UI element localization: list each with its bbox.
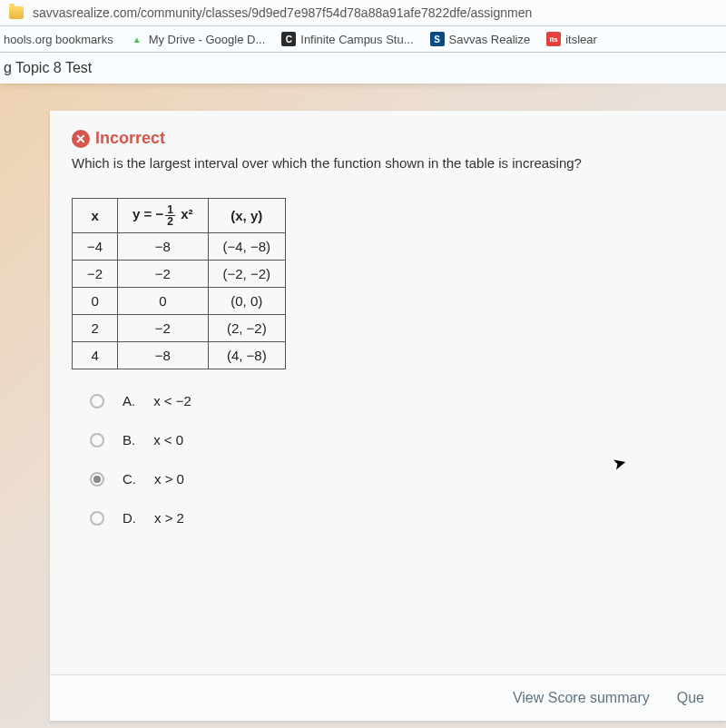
answer-b[interactable]: B. x < 0 (90, 432, 704, 448)
incorrect-icon: ✕ (72, 130, 90, 148)
table-row: −4−8(−4, −8) (73, 233, 286, 261)
question-text: Which is the largest interval over which… (72, 155, 704, 171)
table-row: 4−8(4, −8) (73, 342, 286, 369)
view-score-summary-link[interactable]: View Score summary (513, 690, 650, 706)
fraction: 12 (165, 204, 175, 227)
radio-a[interactable] (90, 394, 104, 408)
answer-text: x < 0 (153, 432, 183, 448)
url-bar[interactable]: savvasrealize.com/community/classes/9d9e… (0, 0, 726, 26)
answer-d[interactable]: D. x > 2 (90, 510, 704, 526)
bookmark-label: My Drive - Google D... (149, 33, 266, 46)
bookmark-label: hools.org bookmarks (4, 33, 113, 46)
answer-letter: B. (123, 432, 135, 448)
bookmark-label: Infinite Campus Stu... (300, 33, 413, 46)
status-row: ✕ Incorrect (72, 129, 704, 148)
url-text: savvasrealize.com/community/classes/9d9e… (33, 5, 532, 20)
bookmark-itslearning[interactable]: its itslear (546, 32, 597, 46)
folder-icon (9, 6, 24, 19)
th-x: x (73, 199, 118, 233)
bookmarks-bar: hools.org bookmarks ▲ My Drive - Google … (0, 26, 726, 53)
page-area: ✕ Incorrect Which is the largest interva… (0, 84, 726, 721)
answer-c[interactable]: C. x > 0 (90, 471, 704, 487)
answer-letter: C. (123, 471, 136, 487)
bookmark-drive[interactable]: ▲ My Drive - Google D... (130, 32, 266, 46)
answer-letter: D. (123, 510, 136, 526)
status-text: Incorrect (95, 129, 165, 148)
table-row: 2−2(2, −2) (73, 315, 286, 342)
radio-b[interactable] (90, 433, 104, 448)
bookmark-schools[interactable]: hools.org bookmarks (4, 33, 113, 46)
answer-text: x > 2 (154, 510, 184, 526)
th-xy: (x, y) (208, 199, 286, 233)
bookmark-label: itslear (565, 33, 597, 46)
answer-text: x < −2 (153, 393, 191, 408)
question-nav[interactable]: Que (677, 690, 704, 706)
radio-c[interactable] (90, 472, 104, 487)
th-y: y = −12 x² (118, 199, 208, 233)
answer-letter: A. (123, 393, 135, 408)
page-tab-title: g Topic 8 Test (0, 53, 726, 84)
bookmark-savvas[interactable]: S Savvas Realize (430, 32, 531, 46)
bookmark-label: Savvas Realize (449, 33, 531, 46)
radio-d[interactable] (90, 511, 104, 526)
answer-a[interactable]: A. x < −2 (90, 393, 704, 408)
function-table: x y = −12 x² (x, y) −4−8(−4, −8) −2−2(−2… (72, 198, 286, 369)
table-row: 00(0, 0) (73, 288, 286, 315)
table-row: −2−2(−2, −2) (73, 261, 286, 288)
answer-text: x > 0 (154, 471, 184, 487)
itslearning-icon: its (546, 32, 561, 46)
table-header-row: x y = −12 x² (x, y) (73, 199, 286, 233)
bookmark-infinite-campus[interactable]: C Infinite Campus Stu... (281, 32, 413, 46)
drive-icon: ▲ (130, 32, 144, 46)
footer-bar: View Score summary Que (50, 674, 726, 721)
savvas-icon: S (430, 32, 445, 46)
question-card: ✕ Incorrect Which is the largest interva… (50, 111, 726, 721)
campus-icon: C (281, 32, 296, 46)
